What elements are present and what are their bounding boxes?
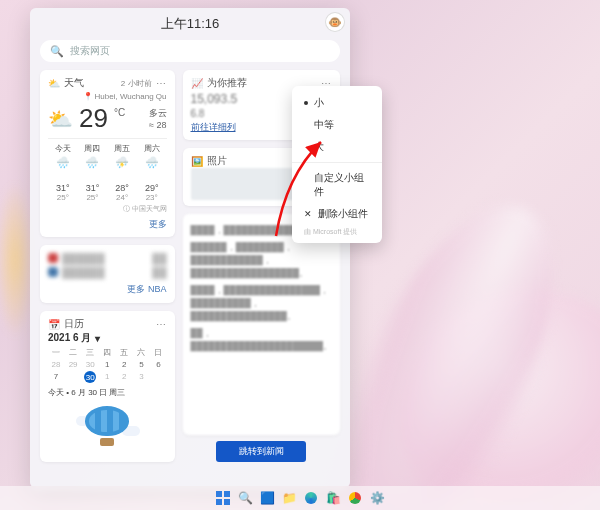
start-button[interactable]: [216, 491, 230, 505]
weather-icon: ⛅: [48, 78, 60, 89]
taskbar-search-icon[interactable]: 🔍: [238, 491, 252, 505]
clock: 上午11:16: [30, 15, 350, 33]
taskbar-settings-icon[interactable]: ⚙️: [370, 491, 384, 505]
photos-title: 照片: [207, 154, 227, 168]
calendar-title: 日历: [64, 317, 84, 331]
calendar-month[interactable]: 2021 6 月 ▾: [48, 331, 167, 345]
menu-label: 小: [314, 96, 324, 110]
day-label: 周六: [137, 143, 167, 154]
taskbar-store-icon[interactable]: 🛍️: [326, 491, 340, 505]
taskbar-widgets-icon[interactable]: 🟦: [260, 491, 274, 505]
menu-footer: 由 Microsoft 提供: [292, 225, 382, 237]
weather-location: Hubei, Wuchang Qu: [95, 92, 167, 101]
sports-widget[interactable]: ████████ ████████ 更多 NBA: [40, 245, 175, 303]
weather-unit: °C: [114, 107, 125, 118]
search-placeholder: 搜索网页: [70, 44, 110, 58]
weather-more-link[interactable]: 更多: [48, 218, 167, 231]
menu-label: 大: [314, 140, 324, 154]
taskbar-chrome-icon[interactable]: [348, 491, 362, 505]
menu-size-small[interactable]: 小: [292, 92, 382, 114]
day-label: 周五: [107, 143, 137, 154]
forecast-row: 今天🌧️31°25° 周四🌧️31°25° 周五⛈️28°24° 周六🌧️29°…: [48, 138, 167, 202]
day-low: 24°: [107, 193, 137, 202]
menu-label: 删除小组件: [318, 207, 368, 221]
day-low: 25°: [48, 193, 78, 202]
search-input[interactable]: 🔍 搜索网页: [40, 40, 340, 62]
chart-icon: 📈: [191, 78, 203, 89]
calendar-more-icon[interactable]: ⋯: [156, 319, 167, 330]
chevron-down-icon: ▾: [95, 333, 100, 344]
jump-to-news-button[interactable]: 跳转到新闻: [216, 441, 306, 462]
day-high: 31°: [78, 183, 108, 193]
calendar-today[interactable]: 30: [84, 371, 96, 383]
weather-temp: 29: [79, 103, 108, 134]
rain-icon: 🌧️: [48, 156, 78, 169]
close-icon: ✕: [304, 209, 312, 219]
storm-icon: ⛈️: [107, 156, 137, 169]
day-label: 周四: [78, 143, 108, 154]
day-high: 29°: [137, 183, 167, 193]
menu-size-large[interactable]: 大: [292, 136, 382, 158]
weather-condition: 多云: [149, 108, 167, 118]
search-icon: 🔍: [50, 45, 64, 58]
rain-icon: 🌧️: [78, 156, 108, 169]
widgets-panel: 上午11:16 🐵 🔍 搜索网页 ⛅ 天气 2 小时前 ⋯ 📍 Hubei, W…: [30, 8, 350, 488]
menu-size-medium[interactable]: 中等: [292, 114, 382, 136]
menu-remove[interactable]: ✕删除小组件: [292, 203, 382, 225]
menu-customize[interactable]: 自定义小组件: [292, 167, 382, 203]
menu-label: 自定义小组件: [314, 171, 370, 199]
calendar-event: 今天 • 6 月 30 日 周三: [48, 387, 167, 398]
weather-feels: ≈ 28: [149, 120, 166, 130]
day-low: 25°: [78, 193, 108, 202]
day-high: 28°: [107, 183, 137, 193]
news-feed[interactable]: ████，██████████████。 ██████，████████，███…: [183, 214, 341, 435]
day-high: 31°: [48, 183, 78, 193]
taskbar: 🔍 🟦 📁 🛍️ ⚙️: [0, 486, 600, 510]
calendar-icon: 📅: [48, 319, 60, 330]
day-low: 23°: [137, 193, 167, 202]
rain-icon: 🌧️: [137, 156, 167, 169]
weather-widget[interactable]: ⛅ 天气 2 小时前 ⋯ 📍 Hubei, Wuchang Qu ⛅ 29 °C…: [40, 70, 175, 237]
menu-label: 中等: [314, 118, 334, 132]
location-icon: 📍: [83, 92, 93, 101]
widget-context-menu: 小 中等 大 自定义小组件 ✕删除小组件 由 Microsoft 提供: [292, 86, 382, 243]
weather-source: 中国天气网: [48, 204, 167, 214]
month-label: 2021 6 月: [48, 331, 91, 345]
calendar-widget[interactable]: 📅 日历 ⋯ 2021 6 月 ▾ 一二三四五六日 2829301256 730…: [40, 311, 175, 462]
profile-avatar[interactable]: 🐵: [326, 13, 344, 31]
taskbar-edge-icon[interactable]: [304, 491, 318, 505]
weather-updated: 2 小时前: [121, 78, 152, 89]
recommend-title: 为你推荐: [207, 76, 247, 90]
photos-icon: 🖼️: [191, 156, 203, 167]
taskbar-explorer-icon[interactable]: 📁: [282, 491, 296, 505]
sports-more-link[interactable]: 更多 NBA: [48, 283, 167, 296]
weather-title: 天气: [64, 76, 84, 90]
day-label: 今天: [48, 143, 78, 154]
weather-big-icon: ⛅: [48, 107, 73, 131]
balloon-illustration: [80, 406, 134, 454]
calendar-grid: 一二三四五六日 2829301256 730123: [48, 347, 167, 383]
weather-more-icon[interactable]: ⋯: [156, 78, 167, 89]
